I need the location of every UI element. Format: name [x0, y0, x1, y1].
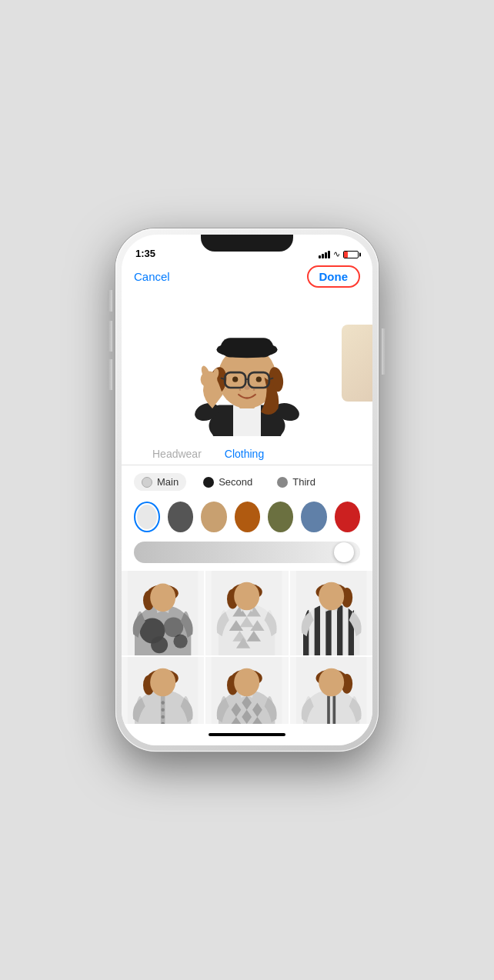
- power-button[interactable]: [382, 328, 386, 375]
- home-indicator: [122, 724, 372, 745]
- clothing-item-4[interactable]: [122, 657, 204, 724]
- svg-point-33: [150, 584, 175, 612]
- clothing-grid: [122, 571, 372, 724]
- svg-point-57: [161, 701, 165, 705]
- color-tab-third[interactable]: Third: [269, 473, 323, 491]
- swatch-olive[interactable]: [268, 502, 293, 532]
- main-label: Main: [157, 476, 179, 488]
- svg-point-64: [150, 668, 175, 697]
- avatar-area: [122, 294, 372, 440]
- swatch-brown[interactable]: [235, 502, 260, 532]
- svg-point-30: [173, 635, 187, 648]
- status-time: 1:35: [135, 248, 155, 259]
- svg-rect-50: [337, 603, 342, 655]
- clothing-item-5[interactable]: [205, 657, 288, 724]
- done-button[interactable]: Done: [307, 265, 361, 288]
- swatch-tan[interactable]: [201, 502, 226, 532]
- cancel-button[interactable]: Cancel: [134, 270, 170, 283]
- category-tabs: Headwear Clothing: [122, 440, 372, 465]
- svg-rect-48: [314, 603, 319, 655]
- tab-headwear[interactable]: Headwear: [152, 446, 202, 462]
- color-tab-second[interactable]: Second: [195, 473, 260, 491]
- swatch-white[interactable]: [134, 502, 160, 532]
- avatar-side: [342, 325, 372, 402]
- phone-frame: 1:35 ∿ Cancel Done: [115, 228, 379, 752]
- svg-rect-77: [332, 695, 335, 724]
- svg-point-45: [234, 582, 259, 611]
- battery-fill: [344, 252, 348, 258]
- volume-down-button[interactable]: [108, 359, 112, 390]
- slider-thumb[interactable]: [334, 542, 354, 562]
- third-label: Third: [292, 476, 315, 488]
- slider-area: [122, 538, 372, 571]
- svg-point-29: [151, 636, 168, 653]
- svg-point-54: [319, 582, 344, 611]
- color-tab-main[interactable]: Main: [134, 473, 186, 491]
- avatar-svg: [185, 298, 309, 436]
- slider-track[interactable]: [134, 542, 360, 563]
- svg-point-18: [232, 377, 238, 382]
- svg-point-21: [239, 388, 242, 391]
- svg-point-22: [253, 388, 255, 391]
- silent-button[interactable]: [108, 290, 112, 312]
- main-dot: [142, 477, 152, 488]
- battery-icon: [343, 251, 359, 258]
- tab-clothing[interactable]: Clothing: [225, 446, 264, 462]
- color-swatches: [122, 497, 372, 538]
- third-dot: [277, 477, 288, 488]
- clothing-item-2[interactable]: [205, 571, 288, 655]
- svg-point-28: [164, 618, 184, 638]
- swatch-dark-gray[interactable]: [168, 502, 193, 532]
- svg-point-19: [256, 377, 262, 382]
- notch: [201, 235, 293, 252]
- svg-point-59: [161, 715, 165, 719]
- phone-screen: 1:35 ∿ Cancel Done: [122, 235, 372, 745]
- svg-point-80: [319, 668, 344, 697]
- svg-rect-51: [348, 603, 353, 655]
- color-tabs: Main Second Third: [122, 465, 372, 497]
- second-dot: [203, 477, 214, 488]
- clothing-item-1[interactable]: [122, 571, 204, 655]
- swatch-blue[interactable]: [301, 502, 326, 532]
- status-icons: ∿: [319, 249, 359, 259]
- svg-rect-2: [233, 405, 261, 437]
- svg-point-58: [161, 708, 165, 712]
- nav-bar: Cancel Done: [122, 262, 372, 294]
- clothing-item-6[interactable]: [290, 657, 372, 724]
- svg-point-74: [234, 668, 259, 697]
- volume-up-button[interactable]: [108, 321, 112, 352]
- second-label: Second: [219, 476, 252, 488]
- wifi-icon: ∿: [333, 249, 340, 259]
- svg-rect-76: [327, 695, 330, 724]
- signal-icon: [319, 251, 330, 258]
- home-bar[interactable]: [209, 733, 285, 736]
- svg-rect-8: [221, 338, 273, 357]
- clothing-item-3[interactable]: [290, 571, 372, 655]
- swatch-red[interactable]: [335, 502, 360, 532]
- svg-point-20: [244, 385, 249, 389]
- avatar-main: [185, 298, 309, 436]
